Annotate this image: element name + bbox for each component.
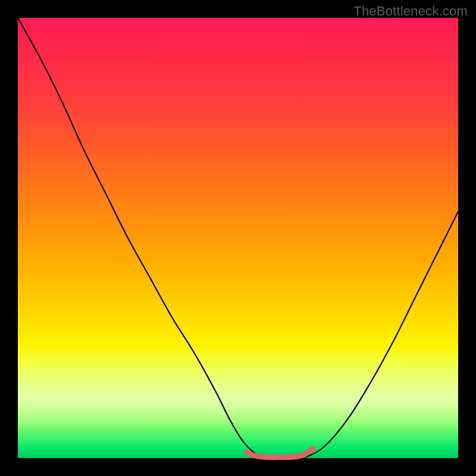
flat-minimum-segment [247,449,313,458]
chart-frame: TheBottleneck.com [0,0,476,476]
bottleneck-curve [18,18,458,459]
bottleneck-chart [18,18,458,458]
watermark-text: TheBottleneck.com [353,4,468,19]
plot-area [18,18,458,458]
